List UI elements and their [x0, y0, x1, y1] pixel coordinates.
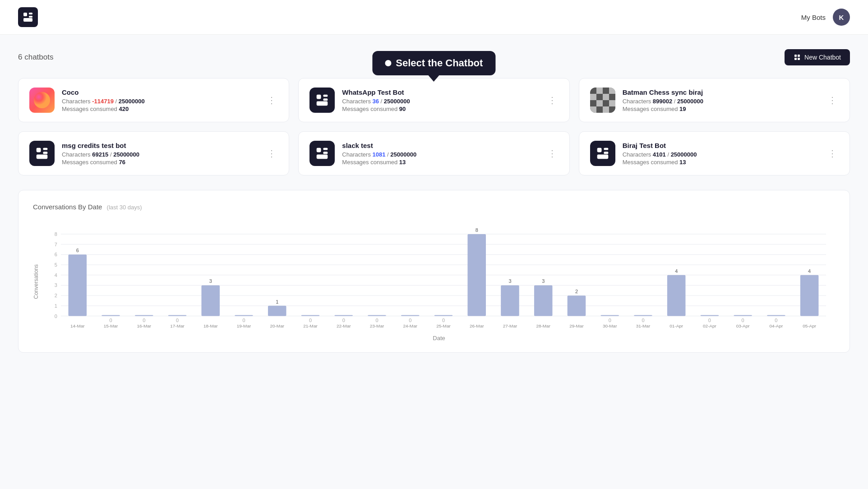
bar-label: 1 [276, 299, 278, 304]
svg-rect-20 [317, 154, 328, 159]
bar [334, 315, 353, 316]
bot-avatar [29, 141, 55, 166]
bar [235, 315, 253, 316]
bar [534, 285, 553, 316]
bar-date: 22-Mar [337, 323, 351, 328]
chart-svg: 012345678614-Mar015-Mar016-Mar017-Mar318… [43, 221, 835, 329]
new-chatbot-button[interactable]: New Chatbot [785, 49, 850, 65]
y-tick: 5 [55, 262, 57, 268]
bar-date: 25-Mar [436, 323, 451, 328]
bot-name: Coco [62, 88, 258, 96]
bar [501, 285, 519, 316]
more-options-button[interactable]: ⋮ [546, 146, 559, 161]
bar [667, 275, 686, 316]
svg-rect-22 [604, 148, 608, 150]
bar-date: 26-Mar [470, 323, 484, 328]
bot-info: WhatsApp Test Bot Characters 36 / 250000… [342, 88, 538, 112]
bar-date: 01-Apr [669, 323, 683, 328]
chatbot-card-msg-credits-test-bot[interactable]: msg credits test bot Characters 69215 / … [18, 131, 289, 175]
bot-chars: Characters 36 / 25000000 [342, 98, 538, 105]
bar [701, 315, 719, 316]
more-options-button[interactable]: ⋮ [265, 93, 278, 107]
chart-subtitle: (last 30 days) [107, 204, 142, 211]
bar-date: 19-Mar [237, 323, 251, 328]
chatbot-card-whatsapp-test-bot[interactable]: WhatsApp Test Bot Characters 36 / 250000… [298, 78, 569, 122]
bar-label: 0 [242, 318, 245, 323]
header-right: My Bots K [801, 9, 850, 26]
bot-chars: Characters 1081 / 25000000 [342, 151, 538, 158]
my-bots-label: My Bots [801, 14, 826, 21]
chatbot-card-slack-test[interactable]: slack test Characters 1081 / 25000000 Me… [298, 131, 569, 175]
bar-chart: 012345678614-Mar015-Mar016-Mar017-Mar318… [43, 221, 835, 331]
bar-label: 0 [642, 318, 644, 323]
svg-rect-5 [798, 55, 800, 57]
bar-date: 17-Mar [170, 323, 185, 328]
bar [401, 315, 420, 316]
svg-rect-18 [323, 148, 328, 150]
tooltip-dot-icon [385, 60, 391, 66]
svg-rect-13 [37, 148, 41, 152]
chart-inner: 012345678614-Mar015-Mar016-Mar017-Mar318… [43, 221, 835, 341]
chatbot-card-biraj-test-bot[interactable]: Biraj Test Bot Characters 4101 / 2500000… [579, 131, 850, 175]
bar [734, 315, 752, 316]
bar-date: 05-Apr [803, 323, 817, 328]
bar-label: 6 [76, 248, 79, 253]
bar [568, 295, 586, 316]
bot-name: Biraj Test Bot [623, 142, 819, 149]
bar [467, 234, 486, 316]
bot-chars: Characters -114719 / 25000000 [62, 98, 258, 105]
chatbots-count: 6 chatbots [18, 53, 53, 62]
select-chatbot-tooltip: Select the Chatbot [372, 51, 495, 82]
svg-rect-19 [323, 152, 328, 154]
chatbot-card-coco[interactable]: Coco Characters -114719 / 25000000 Messa… [18, 78, 289, 122]
bar-date: 04-Apr [769, 323, 783, 328]
chatbot-card-batman-chess[interactable]: Batman Chess sync biraj Characters 89900… [579, 78, 850, 122]
svg-rect-10 [323, 95, 328, 97]
svg-rect-0 [23, 13, 27, 16]
tooltip-text: Select the Chatbot [396, 57, 483, 69]
bar-date: 03-Apr [736, 323, 750, 328]
more-options-button[interactable]: ⋮ [546, 93, 559, 107]
header: My Bots K [0, 0, 868, 35]
y-tick: 6 [55, 252, 57, 257]
svg-point-8 [34, 92, 50, 108]
bar-label: 0 [609, 318, 611, 323]
svg-rect-3 [23, 18, 32, 22]
bar [135, 315, 153, 316]
bar [102, 315, 120, 316]
y-axis-label: Conversations [33, 264, 39, 299]
bot-chars: Characters 69215 / 25000000 [62, 151, 258, 158]
bar-label: 3 [209, 278, 212, 284]
more-options-button[interactable]: ⋮ [826, 146, 839, 161]
more-options-button[interactable]: ⋮ [265, 146, 278, 161]
bot-messages: Messages consumed 13 [623, 159, 819, 166]
chatbots-section: Select the Chatbot Coco Characters -1147… [18, 78, 850, 175]
svg-rect-21 [597, 148, 601, 152]
bot-avatar [309, 141, 335, 166]
bar [268, 306, 286, 316]
bot-info: msg credits test bot Characters 69215 / … [62, 142, 258, 166]
svg-rect-7 [798, 58, 800, 60]
svg-rect-9 [317, 95, 321, 99]
svg-rect-23 [604, 152, 608, 154]
bot-avatar [590, 141, 615, 166]
bar-label: 0 [143, 318, 145, 323]
bar-label: 0 [775, 318, 777, 323]
more-options-button[interactable]: ⋮ [826, 93, 839, 107]
y-tick: 0 [55, 314, 57, 319]
avatar[interactable]: K [833, 9, 850, 26]
new-chatbot-label: New Chatbot [804, 54, 841, 61]
bot-messages: Messages consumed 420 [62, 106, 258, 112]
svg-rect-16 [37, 154, 48, 159]
svg-rect-6 [794, 58, 797, 60]
bar-date: 20-Mar [270, 323, 284, 328]
bot-messages: Messages consumed 76 [62, 159, 258, 166]
chart-section: Conversations By Date (last 30 days) Con… [18, 190, 850, 353]
logo-icon [22, 11, 34, 23]
bar-date: 30-Mar [603, 323, 617, 328]
svg-rect-15 [43, 152, 47, 154]
bar-label: 0 [409, 318, 411, 323]
logo[interactable] [18, 7, 38, 27]
main-content: 6 chatbots New Chatbot Select the Chatbo… [0, 35, 868, 367]
bot-chars: Characters 4101 / 25000000 [623, 151, 819, 158]
